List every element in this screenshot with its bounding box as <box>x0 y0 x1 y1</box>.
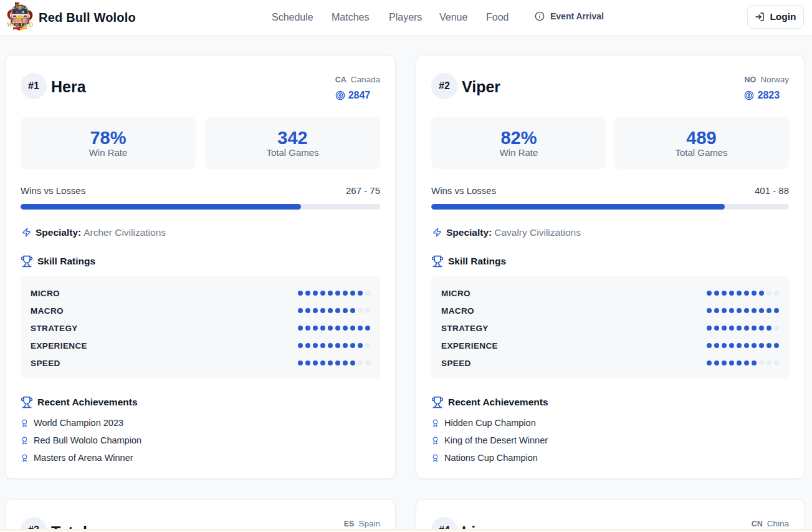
svg-text:WOLOLO: WOLOLO <box>7 21 33 28</box>
